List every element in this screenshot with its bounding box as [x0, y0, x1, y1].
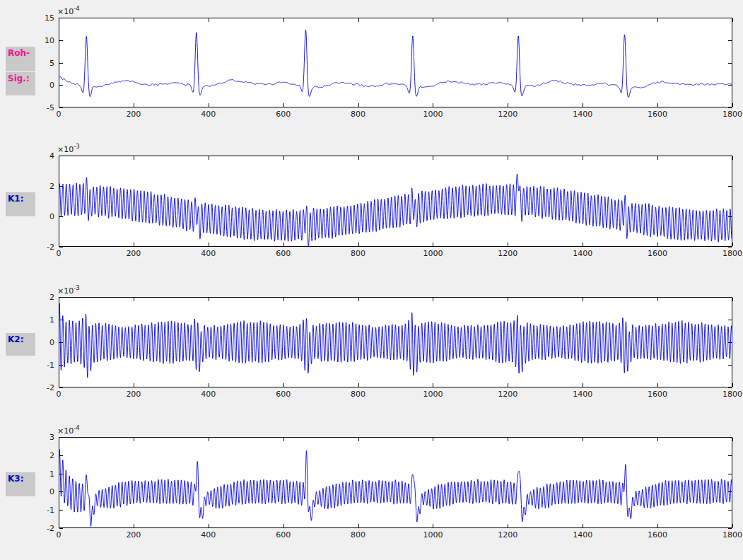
x-tick-label: 1400 — [573, 110, 592, 119]
x-tick-label: 1200 — [498, 249, 517, 258]
x-tick-label: 800 — [351, 530, 365, 539]
y-tick-label: 5 — [22, 58, 54, 67]
axes-box — [59, 18, 732, 107]
y-tick-label: 2 — [22, 450, 54, 460]
axes-box — [59, 298, 732, 387]
y-tick-label: 10 — [22, 35, 54, 45]
x-tick-label: 200 — [126, 110, 141, 119]
y-tick-label: 0 — [22, 338, 54, 347]
x-tick-label: 1000 — [423, 390, 443, 399]
y-tick-label: -2 — [22, 383, 54, 392]
axis-exponent-label: ×10-4 — [57, 424, 80, 436]
y-tick-label: 2 — [22, 182, 54, 191]
x-tick-label: 1400 — [573, 390, 592, 399]
x-tick-label: 600 — [276, 530, 291, 539]
x-tick-label: 600 — [276, 390, 291, 399]
axes-k3 — [59, 437, 732, 528]
y-tick-label: -1 — [22, 361, 54, 370]
y-tick-label: 4 — [22, 151, 54, 161]
x-tick-label: 1800 — [722, 110, 742, 119]
x-tick-label: 1800 — [722, 530, 742, 539]
x-tick-label: 0 — [57, 390, 62, 399]
x-tick-label: 1000 — [423, 110, 443, 119]
x-tick-label: 1400 — [573, 249, 592, 258]
x-tick-label: 800 — [351, 110, 365, 119]
raw-signal-label-text1: Roh- — [8, 48, 30, 58]
axis-exponent-label: ×10-3 — [57, 143, 80, 154]
x-tick-label: 1600 — [648, 110, 667, 119]
x-tick-label: 1400 — [573, 530, 592, 539]
y-tick-label: 15 — [22, 13, 54, 23]
x-tick-label: 600 — [276, 110, 291, 119]
x-tick-label: 600 — [276, 249, 291, 258]
subplot-k1: 020040060080010001200140016001800-2024×1… — [59, 156, 732, 247]
x-tick-label: 200 — [126, 249, 141, 258]
axes-k1 — [59, 156, 732, 247]
y-tick-label: 1 — [22, 469, 54, 478]
y-tick-label: -2 — [22, 243, 54, 252]
x-tick-label: 200 — [126, 530, 141, 539]
x-tick-label: 1000 — [423, 249, 443, 258]
y-tick-label: 0 — [22, 487, 54, 496]
channel-k1-label-text: K1: — [8, 194, 23, 204]
x-tick-label: 0 — [57, 110, 62, 119]
x-tick-label: 1600 — [648, 530, 667, 539]
x-tick-label: 800 — [351, 249, 365, 258]
x-tick-label: 400 — [201, 110, 216, 119]
y-tick-label: 1 — [22, 315, 54, 325]
x-tick-label: 1800 — [722, 390, 742, 399]
axes-roh-signal — [59, 18, 732, 107]
y-tick-label: -5 — [22, 103, 54, 112]
y-tick-label: 0 — [22, 212, 54, 221]
x-tick-label: 1200 — [498, 390, 517, 399]
x-tick-label: 1600 — [648, 249, 667, 258]
x-tick-label: 400 — [201, 249, 216, 258]
x-tick-label: 1000 — [423, 530, 443, 539]
x-tick-label: 200 — [126, 390, 141, 399]
x-tick-label: 400 — [201, 530, 216, 539]
x-tick-label: 800 — [351, 390, 365, 399]
y-tick-label: -2 — [22, 524, 54, 533]
y-tick-label: -1 — [22, 506, 54, 515]
subplot-roh-signal: 020040060080010001200140016001800-505101… — [59, 18, 732, 107]
axis-exponent-label: ×10-4 — [57, 5, 80, 16]
x-tick-label: 400 — [201, 390, 216, 399]
y-tick-label: 2 — [22, 293, 54, 302]
x-tick-label: 1200 — [498, 530, 517, 539]
subplot-k2: 020040060080010001200140016001800-2-1012… — [59, 297, 732, 387]
axis-exponent-label: ×10-3 — [57, 284, 80, 296]
axes-k2 — [59, 297, 732, 387]
y-tick-label: 0 — [22, 81, 54, 90]
x-tick-label: 1600 — [648, 390, 667, 399]
x-tick-label: 0 — [57, 249, 62, 258]
subplot-k3: 020040060080010001200140016001800-2-1012… — [59, 437, 732, 528]
x-tick-label: 1200 — [498, 110, 517, 119]
y-tick-label: 3 — [22, 433, 54, 442]
x-tick-label: 1800 — [722, 249, 742, 258]
x-tick-label: 0 — [57, 530, 62, 539]
matlab-figure-window: Roh- Sig.: K1: K2: K3: 02004006008001000… — [0, 0, 743, 560]
